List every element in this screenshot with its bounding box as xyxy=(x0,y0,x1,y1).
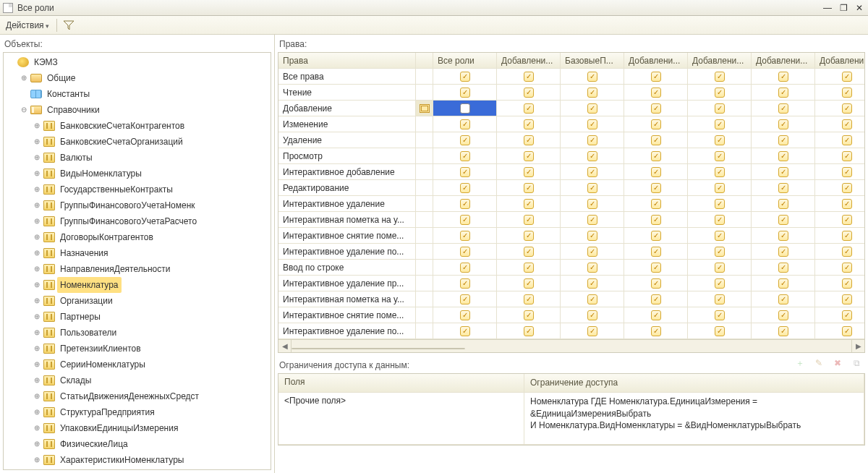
checkbox-checked-icon[interactable] xyxy=(460,72,470,82)
rights-checkbox-cell[interactable] xyxy=(624,291,688,307)
rights-checkbox-cell[interactable] xyxy=(752,164,815,180)
checkbox-checked-icon[interactable] xyxy=(715,151,725,161)
tree-item[interactable]: СерииНоменклатуры xyxy=(57,357,148,372)
grid-header[interactable]: БазовыеП... xyxy=(561,53,624,69)
rights-checkbox-cell[interactable] xyxy=(688,164,752,180)
tree-directories[interactable]: Справочники xyxy=(44,102,103,118)
rights-checkbox-cell[interactable] xyxy=(433,85,497,101)
checkbox-checked-icon[interactable] xyxy=(842,151,852,161)
rights-checkbox-cell[interactable] xyxy=(752,148,815,164)
checkbox-checked-icon[interactable] xyxy=(460,103,470,114)
rights-checkbox-cell[interactable] xyxy=(624,180,688,196)
rights-row-icon-cell[interactable] xyxy=(416,164,433,180)
rights-checkbox-cell[interactable] xyxy=(561,116,624,132)
checkbox-checked-icon[interactable] xyxy=(778,326,788,336)
rights-row-label[interactable]: Интерактивное удаление пр... xyxy=(278,276,416,291)
checkbox-checked-icon[interactable] xyxy=(651,231,661,241)
rights-checkbox-cell[interactable] xyxy=(433,244,497,260)
restore-button[interactable]: ❐ xyxy=(838,3,849,13)
checkbox-checked-icon[interactable] xyxy=(715,88,725,98)
rights-checkbox-cell[interactable] xyxy=(433,196,497,212)
checkbox-checked-icon[interactable] xyxy=(460,310,470,320)
rights-checkbox-cell[interactable] xyxy=(624,85,688,101)
checkbox-checked-icon[interactable] xyxy=(524,326,534,336)
expand-toggle[interactable]: ⊕ xyxy=(33,424,41,432)
restriction-copy-button[interactable]: ⧉ xyxy=(849,356,864,370)
grid-header[interactable]: Добавлени... xyxy=(624,53,688,69)
rights-checkbox-cell[interactable] xyxy=(815,116,865,132)
rights-checkbox-cell[interactable] xyxy=(752,228,815,244)
checkbox-checked-icon[interactable] xyxy=(715,199,725,209)
rights-checkbox-cell[interactable] xyxy=(561,244,624,260)
rights-checkbox-cell[interactable] xyxy=(688,244,752,260)
rights-row-label[interactable]: Удаление xyxy=(278,132,416,148)
rights-row-icon-cell[interactable] xyxy=(416,260,433,276)
rights-row-icon-cell[interactable] xyxy=(416,101,433,116)
checkbox-checked-icon[interactable] xyxy=(524,72,534,82)
expand-toggle[interactable]: ⊕ xyxy=(33,185,41,194)
expand-toggle[interactable]: ⊕ xyxy=(33,153,41,162)
checkbox-checked-icon[interactable] xyxy=(460,294,470,304)
checkbox-checked-icon[interactable] xyxy=(460,278,470,289)
filter-icon[interactable] xyxy=(63,20,75,31)
rights-row-label[interactable]: Интерактивная пометка на у... xyxy=(278,212,416,228)
checkbox-checked-icon[interactable] xyxy=(842,167,852,177)
checkbox-checked-icon[interactable] xyxy=(842,215,852,225)
restrictions-grid[interactable]: Поля Ограничение доступа <Прочие поля> Н… xyxy=(278,373,865,446)
checkbox-checked-icon[interactable] xyxy=(715,167,725,177)
checkbox-checked-icon[interactable] xyxy=(460,151,470,161)
expand-toggle[interactable]: ⊕ xyxy=(33,281,41,289)
checkbox-checked-icon[interactable] xyxy=(460,326,470,336)
rights-checkbox-cell[interactable] xyxy=(752,323,815,339)
rights-checkbox-cell[interactable] xyxy=(433,180,497,196)
tree-item[interactable]: Организации xyxy=(57,293,116,309)
tree-item[interactable]: БанковскиеСчетаОрганизаций xyxy=(57,134,186,150)
expand-toggle[interactable]: ⊕ xyxy=(33,122,41,130)
checkbox-checked-icon[interactable] xyxy=(651,183,661,193)
checkbox-checked-icon[interactable] xyxy=(524,135,534,145)
rights-checkbox-cell[interactable] xyxy=(688,323,752,339)
rights-checkbox-cell[interactable] xyxy=(752,101,815,116)
rights-checkbox-cell[interactable] xyxy=(752,307,815,323)
checkbox-checked-icon[interactable] xyxy=(651,151,661,161)
checkbox-checked-icon[interactable] xyxy=(715,310,725,320)
checkbox-checked-icon[interactable] xyxy=(460,263,470,273)
rights-checkbox-cell[interactable] xyxy=(433,323,497,339)
rights-grid[interactable]: ПраваВсе ролиДобавлени...БазовыеП...Доба… xyxy=(278,53,864,339)
close-button[interactable]: ✕ xyxy=(854,3,865,13)
tree-common[interactable]: Общие xyxy=(44,70,78,86)
rights-checkbox-cell[interactable] xyxy=(433,164,497,180)
rights-checkbox-cell[interactable] xyxy=(752,116,815,132)
checkbox-checked-icon[interactable] xyxy=(587,215,597,225)
checkbox-checked-icon[interactable] xyxy=(842,183,852,193)
rights-checkbox-cell[interactable] xyxy=(624,260,688,276)
tree-item[interactable]: СтруктураПредприятия xyxy=(57,404,158,420)
rights-checkbox-cell[interactable] xyxy=(433,148,497,164)
rights-checkbox-cell[interactable] xyxy=(433,260,497,276)
tree-item[interactable]: ФизическиеЛица xyxy=(57,436,131,452)
rights-checkbox-cell[interactable] xyxy=(688,148,752,164)
checkbox-checked-icon[interactable] xyxy=(778,310,788,320)
rights-checkbox-cell[interactable] xyxy=(815,260,865,276)
rights-checkbox-cell[interactable] xyxy=(688,228,752,244)
rights-checkbox-cell[interactable] xyxy=(561,228,624,244)
checkbox-checked-icon[interactable] xyxy=(524,278,534,289)
rights-checkbox-cell[interactable] xyxy=(752,212,815,228)
rights-checkbox-cell[interactable] xyxy=(815,323,865,339)
expand-toggle[interactable]: ⊕ xyxy=(33,376,41,385)
checkbox-checked-icon[interactable] xyxy=(778,231,788,241)
rights-checkbox-cell[interactable] xyxy=(433,307,497,323)
rights-checkbox-cell[interactable] xyxy=(433,291,497,307)
checkbox-checked-icon[interactable] xyxy=(460,247,470,257)
checkbox-checked-icon[interactable] xyxy=(842,135,852,145)
checkbox-checked-icon[interactable] xyxy=(651,199,661,209)
expand-toggle[interactable]: ⊕ xyxy=(33,408,41,417)
rights-checkbox-cell[interactable] xyxy=(815,69,865,85)
rights-row-icon-cell[interactable] xyxy=(416,132,433,148)
rights-checkbox-cell[interactable] xyxy=(561,164,624,180)
checkbox-checked-icon[interactable] xyxy=(651,72,661,82)
rights-checkbox-cell[interactable] xyxy=(815,244,865,260)
checkbox-checked-icon[interactable] xyxy=(587,263,597,273)
rights-checkbox-cell[interactable] xyxy=(815,228,865,244)
rights-checkbox-cell[interactable] xyxy=(624,244,688,260)
